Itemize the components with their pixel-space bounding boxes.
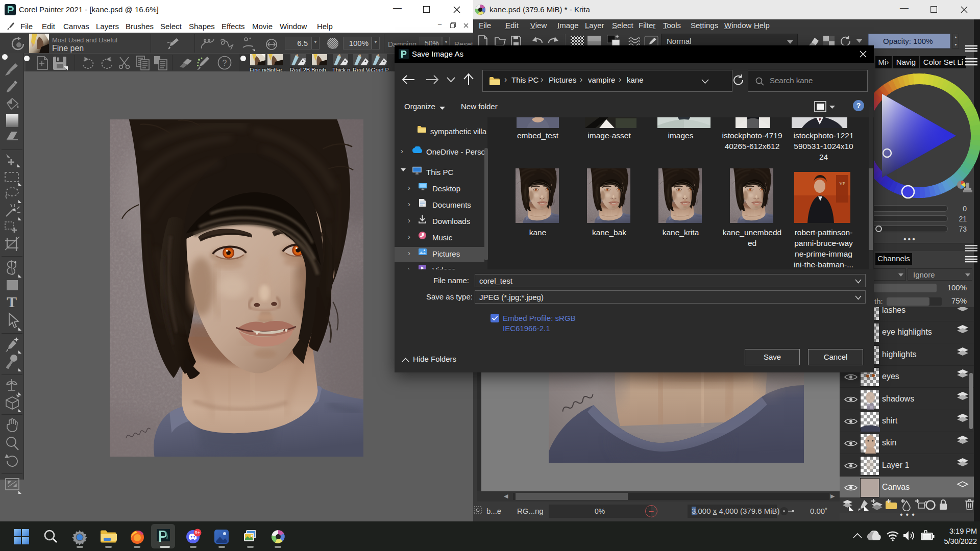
svg-text:?: ? <box>223 59 227 67</box>
svg-text:9+: 9+ <box>195 530 200 535</box>
svg-text:VF: VF <box>839 181 845 186</box>
svg-text:T: T <box>7 294 17 310</box>
